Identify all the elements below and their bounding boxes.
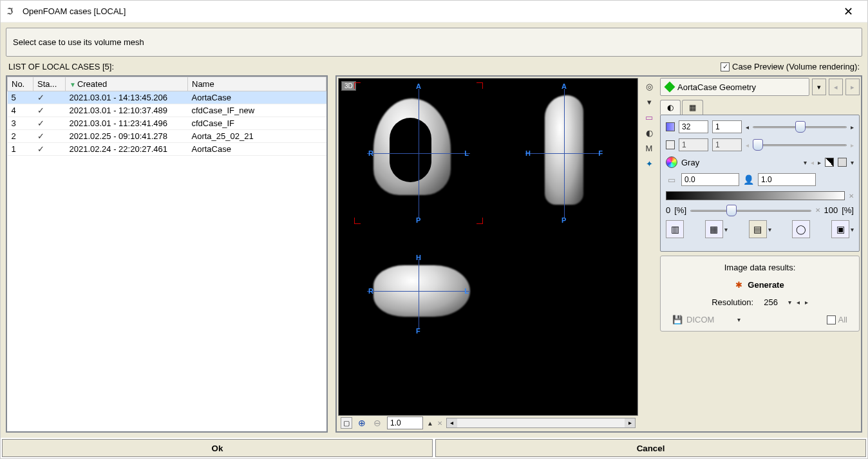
generate-button[interactable]: ✱ Generate bbox=[668, 280, 851, 290]
opacity-a-input[interactable] bbox=[681, 173, 739, 186]
case-preview-label: Case Preview (Volume rendering): bbox=[732, 62, 860, 71]
range1-right[interactable]: ▸ bbox=[851, 124, 854, 131]
mode-btn-1[interactable]: ▥ bbox=[666, 220, 684, 238]
mode-btn-4[interactable]: ◯ bbox=[792, 220, 810, 238]
mode-btn-3-menu[interactable]: ▾ bbox=[768, 226, 771, 233]
cancel-button[interactable]: Cancel bbox=[435, 439, 866, 457]
scroll-left-icon[interactable]: ◂ bbox=[447, 418, 457, 427]
instruction-text: Select case to use its volume mesh bbox=[13, 37, 144, 47]
results-box: Image data results: ✱ Generate Resolutio… bbox=[660, 256, 860, 332]
cell-created: 2021.03.01 - 11:23:41.496 bbox=[66, 117, 188, 130]
geometry-selector[interactable]: AortaCase Geometry bbox=[660, 78, 809, 96]
pct-left-val: 0 bbox=[666, 205, 670, 215]
top-row: LIST OF LOCAL CASES [5]: ✓ Case Preview … bbox=[6, 61, 862, 71]
case-table: No. Sta... ▼Created Name 5✓2021.03.01 - … bbox=[7, 77, 326, 156]
table-row[interactable]: 5✓2021.03.01 - 14:13:45.206AortaCase bbox=[8, 91, 326, 104]
cell-created: 2021.03.01 - 14:13:45.206 bbox=[66, 91, 188, 104]
close-button[interactable]: ✕ bbox=[835, 5, 861, 19]
cell-status: ✓ bbox=[33, 143, 66, 156]
ok-button[interactable]: Ok bbox=[2, 439, 433, 457]
coronal-view: A P R L bbox=[354, 82, 483, 224]
col-created[interactable]: ▼Created bbox=[66, 77, 188, 91]
crosshair-v bbox=[564, 89, 565, 218]
tool-target-icon[interactable]: ✦ bbox=[643, 158, 655, 169]
axis-label-h: H bbox=[416, 254, 421, 261]
axis-label-l: L bbox=[464, 287, 469, 295]
invert-icon[interactable] bbox=[825, 158, 834, 167]
crop-corner bbox=[354, 218, 361, 224]
col-name[interactable]: Name bbox=[188, 77, 326, 91]
axis-label-l: L bbox=[464, 149, 469, 157]
table-row[interactable]: 1✓2021.02.24 - 22:20:27.461AortaCase bbox=[8, 143, 326, 156]
tool-contrast-icon[interactable]: ◐ bbox=[643, 127, 655, 138]
mode-btn-3[interactable]: ▤ bbox=[749, 220, 767, 238]
resolution-down[interactable]: ◂ bbox=[797, 299, 800, 306]
cell-no: 3 bbox=[8, 117, 33, 130]
tool-box-icon[interactable]: ▭ bbox=[643, 111, 655, 123]
crosshair-v bbox=[419, 259, 419, 330]
swap-icon[interactable] bbox=[838, 158, 847, 167]
tool-dropdown-icon[interactable]: ▾ bbox=[643, 96, 655, 108]
gradient-bar[interactable] bbox=[666, 191, 845, 200]
fit-button[interactable]: ▢ bbox=[341, 417, 352, 429]
zoom-step-icon[interactable]: ▲ bbox=[427, 420, 433, 427]
opacity-b-input[interactable] bbox=[758, 173, 816, 186]
gradient-reset[interactable]: ✕ bbox=[849, 192, 854, 200]
geometry-icon bbox=[665, 82, 675, 93]
range1-icon bbox=[666, 122, 675, 131]
opacity-icon: ▭ bbox=[666, 175, 677, 185]
table-row[interactable]: 4✓2021.03.01 - 12:10:37.489cfdCase_IF_ne… bbox=[8, 104, 326, 117]
range1-a-input[interactable] bbox=[679, 120, 708, 133]
tab-panel: ◂ ▸ ◂ ▸ bbox=[660, 115, 860, 252]
geometry-label: AortaCase Geometry bbox=[677, 82, 756, 92]
geometry-row: AortaCase Geometry ▾ ◂ ▸ bbox=[660, 78, 860, 96]
viewport-3d[interactable]: 3D A bbox=[338, 78, 638, 416]
mode-btn-2-menu[interactable]: ▾ bbox=[724, 226, 728, 233]
axis-label-a: A bbox=[561, 82, 567, 90]
range1-left[interactable]: ◂ bbox=[746, 124, 749, 131]
pct-slider[interactable] bbox=[690, 206, 811, 215]
preview-body: 3D A bbox=[338, 78, 860, 430]
tool-cylinder-icon[interactable]: ◎ bbox=[643, 80, 655, 92]
axial-view: H F R L bbox=[354, 252, 483, 336]
table-row[interactable]: 3✓2021.03.01 - 11:23:41.496cfdCase_IF bbox=[8, 117, 326, 130]
colormap-menu[interactable]: ▾ bbox=[804, 159, 807, 166]
colormap-prev[interactable]: ◂ bbox=[811, 159, 814, 166]
titlebar: ℑ OpenFOAM cases [LOCAL] ✕ bbox=[1, 1, 867, 23]
col-no[interactable]: No. bbox=[8, 77, 33, 91]
geom-menu-button[interactable]: ▾ bbox=[812, 79, 826, 95]
sagittal-view: A P H F bbox=[519, 82, 609, 224]
mode-btn-5[interactable]: ▣ bbox=[831, 220, 849, 238]
cell-name: AortaCase bbox=[188, 143, 326, 156]
volume-viewer: 3D A bbox=[338, 78, 638, 430]
nav-scrollbar[interactable]: ◂ ▸ bbox=[446, 418, 636, 428]
geom-prev-button[interactable]: ◂ bbox=[829, 79, 843, 95]
col-status[interactable]: Sta... bbox=[33, 77, 66, 91]
tabs: ◐ ▦ bbox=[660, 100, 860, 115]
colormap-options[interactable]: ▾ bbox=[851, 159, 854, 166]
checkbox-icon: ✓ bbox=[827, 315, 836, 324]
checkbox-icon: ✓ bbox=[721, 62, 730, 71]
pct-reset[interactable]: ✕ bbox=[815, 207, 820, 214]
mode-btn-5-menu[interactable]: ▾ bbox=[851, 226, 854, 233]
range1-slider[interactable] bbox=[753, 122, 847, 131]
reset-icon[interactable]: ✕ bbox=[437, 420, 442, 427]
tab-grid[interactable]: ▦ bbox=[682, 100, 703, 115]
scroll-right-icon[interactable]: ▸ bbox=[625, 418, 635, 427]
zoom-in-icon[interactable]: ⊕ bbox=[356, 417, 368, 429]
zoom-out-icon[interactable]: ⊖ bbox=[372, 417, 383, 429]
zoom-input[interactable] bbox=[387, 417, 423, 429]
organ-hole bbox=[390, 118, 431, 182]
resolution-menu[interactable]: ▾ bbox=[788, 299, 791, 306]
table-row[interactable]: 2✓2021.02.25 - 09:10:41.278Aorta_25_02_2… bbox=[8, 130, 326, 143]
range1-b-input[interactable] bbox=[712, 120, 742, 133]
cell-no: 4 bbox=[8, 104, 33, 117]
colormap-next[interactable]: ▸ bbox=[818, 159, 821, 166]
case-preview-toggle[interactable]: ✓ Case Preview (Volume rendering): bbox=[721, 62, 860, 71]
resolution-up[interactable]: ▸ bbox=[805, 299, 808, 306]
mode-btn-2[interactable]: ▦ bbox=[705, 220, 723, 238]
tab-contrast[interactable]: ◐ bbox=[660, 100, 681, 115]
dicom-menu: ▾ bbox=[737, 316, 741, 323]
tool-m-icon[interactable]: M bbox=[643, 142, 655, 154]
geom-next-button[interactable]: ▸ bbox=[845, 79, 860, 95]
